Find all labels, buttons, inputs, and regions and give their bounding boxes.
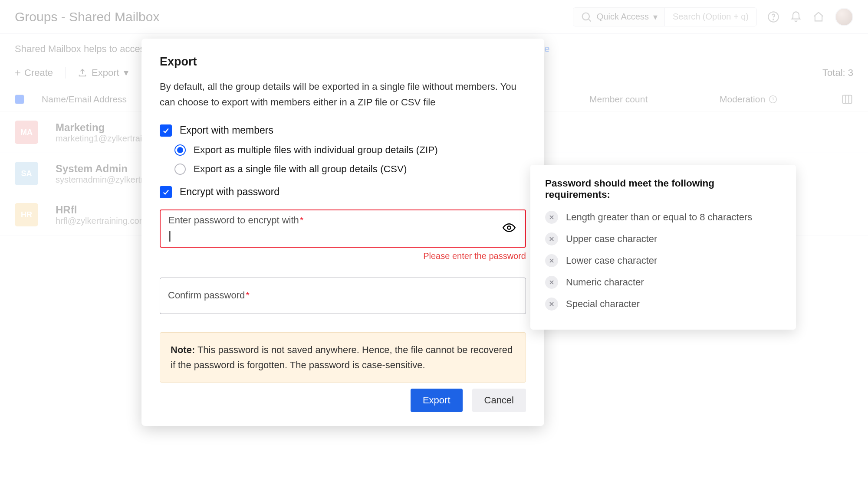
password-field[interactable]: Enter password to encrypt with* |: [160, 209, 526, 248]
password-rule-item: Numeric character: [545, 272, 781, 293]
cancel-button[interactable]: Cancel: [472, 389, 526, 412]
note-box: Note: This password is not saved anywher…: [160, 332, 526, 383]
dialog-description: By default, all the group details will b…: [160, 79, 526, 111]
group-name: HRfl: [56, 204, 146, 216]
create-label: Create: [24, 67, 53, 79]
radio-unselected-icon[interactable]: [174, 164, 186, 175]
group-email: hrfl@zylkertraining.com: [56, 216, 146, 226]
export-submit-button[interactable]: Export: [411, 389, 463, 412]
export-csv-label: Export as a single file with all group d…: [194, 164, 407, 175]
password-rule-text: Lower case character: [566, 255, 657, 266]
total-count: Total: 3: [822, 67, 853, 79]
avatar[interactable]: [835, 8, 853, 26]
export-icon: [78, 68, 87, 78]
export-button[interactable]: Export ▾: [78, 67, 128, 79]
col-moderation: Moderation: [720, 94, 765, 105]
password-label: Enter password to encrypt with*: [168, 215, 517, 226]
export-with-members-option[interactable]: Export with members: [160, 124, 526, 137]
password-rule-text: Special character: [566, 298, 640, 310]
svg-point-2: [768, 12, 778, 22]
group-badge: HR: [15, 203, 38, 226]
password-rule-text: Numeric character: [566, 277, 644, 288]
password-rule-item: Special character: [545, 293, 781, 315]
select-all-checkbox[interactable]: [15, 95, 24, 104]
group-badge: SA: [15, 162, 38, 185]
chevron-down-icon: ▾: [124, 67, 128, 79]
eye-icon[interactable]: [503, 221, 516, 236]
search-input[interactable]: Search (Option + q): [665, 12, 756, 22]
x-icon: [545, 254, 558, 267]
x-icon: [545, 276, 558, 289]
home-icon[interactable]: [812, 11, 825, 23]
password-rule-text: Upper case character: [566, 233, 657, 245]
export-with-members-label: Export with members: [180, 124, 273, 136]
help-icon[interactable]: [767, 11, 779, 23]
password-rules-title: Password should meet the following requi…: [545, 178, 781, 200]
note-prefix: Note:: [171, 344, 195, 355]
svg-point-3: [773, 19, 774, 20]
svg-point-9: [507, 226, 511, 229]
export-dialog: Export By default, all the group details…: [141, 39, 544, 426]
svg-point-4: [769, 96, 777, 103]
svg-rect-6: [843, 95, 852, 104]
password-rules-popover: Password should meet the following requi…: [530, 165, 796, 330]
separator: [65, 67, 66, 79]
checkbox-checked-icon[interactable]: [160, 186, 172, 198]
export-zip-label: Export as multiple files with individual…: [194, 144, 438, 156]
note-body: This password is not saved anywhere. Hen…: [171, 344, 513, 370]
checkbox-checked-icon[interactable]: [160, 124, 172, 137]
columns-settings-icon[interactable]: [841, 93, 853, 105]
confirm-password-field[interactable]: Confirm password*: [160, 278, 526, 314]
dialog-title: Export: [160, 55, 526, 69]
page-title: Groups - Shared Mailbox: [15, 10, 562, 24]
export-csv-option[interactable]: Export as a single file with all group d…: [174, 164, 526, 175]
radio-selected-icon[interactable]: [174, 144, 186, 156]
password-rule-item: Lower case character: [545, 250, 781, 272]
plus-icon: +: [15, 67, 21, 79]
encrypt-label: Encrypt with password: [180, 186, 279, 198]
create-button[interactable]: + Create: [15, 67, 53, 79]
col-member-count: Member count: [589, 94, 702, 105]
x-icon: [545, 232, 558, 245]
password-rule-text: Length greater than or equal to 8 charac…: [566, 212, 752, 223]
password-error: Please enter the password: [160, 251, 526, 261]
password-rule-item: Upper case character: [545, 228, 781, 250]
svg-line-1: [589, 19, 591, 21]
search-icon: [580, 11, 592, 23]
x-icon: [545, 211, 558, 224]
encrypt-option[interactable]: Encrypt with password: [160, 186, 526, 198]
password-rule-item: Length greater than or equal to 8 charac…: [545, 206, 781, 228]
group-badge: MA: [15, 121, 38, 144]
help-icon[interactable]: ?: [769, 95, 777, 104]
svg-text:?: ?: [772, 96, 775, 102]
confirm-password-label: Confirm password*: [168, 290, 250, 301]
svg-point-0: [582, 13, 589, 20]
quick-access-label: Quick Access: [597, 12, 649, 22]
x-icon: [545, 298, 558, 311]
bell-icon[interactable]: [790, 11, 802, 23]
export-label: Export: [92, 67, 119, 79]
text-caret: |: [168, 229, 517, 242]
export-zip-option[interactable]: Export as multiple files with individual…: [174, 144, 526, 156]
chevron-down-icon: ▾: [653, 12, 658, 22]
quick-access-combo[interactable]: Quick Access ▾ Search (Option + q): [573, 7, 757, 26]
